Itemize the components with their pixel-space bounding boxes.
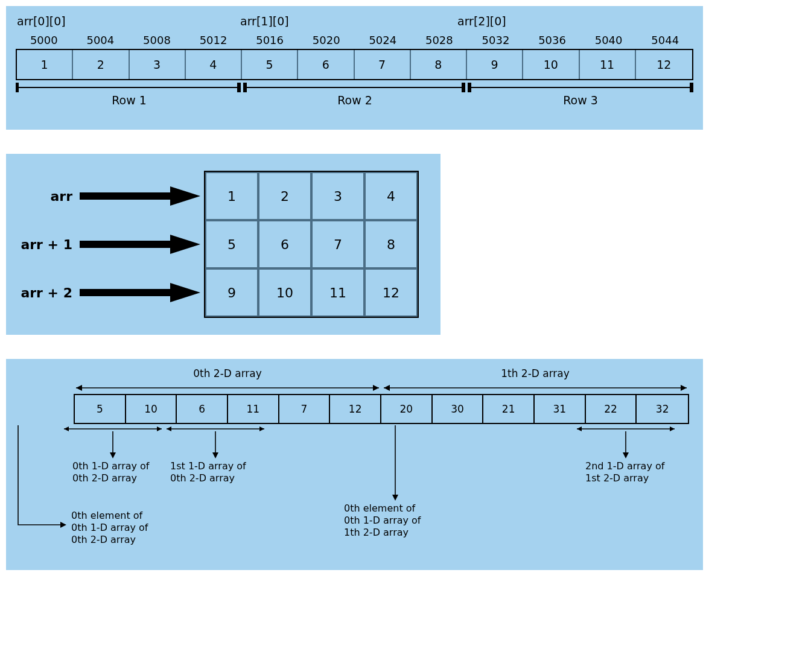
arrow-right-icon xyxy=(80,283,200,302)
addr-cell: 5016 xyxy=(241,34,298,46)
addr-cell: 5008 xyxy=(129,34,185,46)
svg-marker-14 xyxy=(64,426,69,431)
addr-cell: 5028 xyxy=(411,34,468,46)
addr-cell: 5040 xyxy=(580,34,637,46)
pointer-labels: arr arr + 1 arr + 2 xyxy=(18,172,72,317)
row-brackets: Row 1 Row 2 Row 3 xyxy=(16,83,693,113)
callout-b: 1st 1-D array of0th 2-D array xyxy=(170,460,246,484)
grid-cell: 8 xyxy=(364,220,418,268)
value-cell: 2 xyxy=(73,50,129,79)
grid-2d: 1 2 3 4 5 6 7 8 9 10 11 12 xyxy=(204,171,419,318)
svg-marker-9 xyxy=(373,385,379,391)
value-cell: 8 xyxy=(411,50,467,79)
top-bracket-arrows-icon xyxy=(74,370,689,393)
svg-marker-4 xyxy=(80,186,200,206)
value-cell: 1 xyxy=(17,50,73,79)
value-cell: 10 xyxy=(523,50,579,79)
value-cell: 30 xyxy=(433,395,484,423)
svg-marker-17 xyxy=(167,426,171,431)
panel-memory-layout: arr[0][0] arr[1][0] arr[2][0] 5000 5004 … xyxy=(6,6,703,130)
value-cell: 4 xyxy=(186,50,242,79)
callout-e: 2nd 1-D array of1st 2-D array xyxy=(585,460,664,484)
row-label: Row 3 xyxy=(563,94,598,107)
arrow-right-icon xyxy=(80,186,200,206)
index-label-2: arr[2][0] xyxy=(457,14,506,28)
grid-cell: 2 xyxy=(258,172,311,220)
row-bracket-lines-icon xyxy=(16,83,693,95)
svg-marker-30 xyxy=(392,495,398,501)
row-label: Row 1 xyxy=(112,94,147,107)
index-label-1: arr[1][0] xyxy=(240,14,289,28)
addr-cell: 5036 xyxy=(524,34,580,46)
value-cell: 9 xyxy=(467,50,523,79)
svg-marker-23 xyxy=(110,452,116,458)
value-cells-row: 1 2 3 4 5 6 7 8 9 10 11 12 xyxy=(16,49,693,80)
value-cell: 20 xyxy=(381,395,433,423)
svg-marker-27 xyxy=(623,452,629,458)
pointer-label: arr xyxy=(50,189,72,204)
grid-cell: 1 xyxy=(205,172,258,220)
value-cell: 21 xyxy=(483,395,535,423)
top-bracket-label: 0th 2-D array xyxy=(193,367,262,379)
top-brackets: 0th 2-D array 1th 2-D array xyxy=(74,370,691,394)
svg-marker-28 xyxy=(60,522,66,528)
value-cell: 11 xyxy=(228,395,279,423)
grid-cell: 9 xyxy=(205,268,258,317)
addr-cell: 5024 xyxy=(355,34,412,46)
addr-cell: 5044 xyxy=(637,34,693,46)
value-cells-3d: 5 10 6 11 7 12 20 30 21 31 22 32 xyxy=(74,394,689,424)
pointer-arrows xyxy=(80,172,200,317)
svg-marker-15 xyxy=(157,426,162,431)
svg-marker-11 xyxy=(384,385,390,391)
callouts: 0th 1-D array of0th 2-D array 1st 1-D ar… xyxy=(6,425,703,558)
addr-cell: 5000 xyxy=(16,34,72,46)
index-labels-row: arr[0][0] arr[1][0] arr[2][0] xyxy=(16,14,693,28)
value-cell: 10 xyxy=(126,395,177,423)
svg-marker-18 xyxy=(259,426,264,431)
svg-marker-5 xyxy=(80,235,200,254)
svg-marker-21 xyxy=(670,426,675,431)
arrow-right-icon xyxy=(80,235,200,254)
value-cell: 12 xyxy=(330,395,381,423)
svg-marker-25 xyxy=(212,452,218,458)
addr-cell: 5020 xyxy=(298,34,355,46)
grid-cell: 3 xyxy=(311,172,364,220)
value-cell: 7 xyxy=(355,50,411,79)
callout-d: 0th element of0th 1-D array of1th 2-D ar… xyxy=(344,502,421,539)
svg-marker-8 xyxy=(76,385,82,391)
value-cell: 5 xyxy=(75,395,126,423)
grid-cell: 5 xyxy=(205,220,258,268)
value-cell: 11 xyxy=(580,50,636,79)
value-cell: 6 xyxy=(298,50,354,79)
callout-c: 0th element of0th 1-D array of0th 2-D ar… xyxy=(71,510,148,546)
value-cell: 5 xyxy=(242,50,298,79)
value-cell: 7 xyxy=(279,395,331,423)
value-cell: 6 xyxy=(177,395,228,423)
value-cell: 22 xyxy=(586,395,637,423)
svg-marker-20 xyxy=(577,426,582,431)
grid-cell: 12 xyxy=(364,268,418,317)
addr-cell: 5004 xyxy=(72,34,129,46)
grid-cell: 10 xyxy=(258,268,311,317)
value-cell: 3 xyxy=(130,50,186,79)
pointer-label: arr + 2 xyxy=(21,285,72,300)
svg-marker-6 xyxy=(80,283,200,302)
grid-cell: 11 xyxy=(311,268,364,317)
value-cell: 32 xyxy=(637,395,688,423)
value-cell: 12 xyxy=(636,50,692,79)
addr-cell: 5012 xyxy=(185,34,242,46)
grid-cell: 4 xyxy=(364,172,418,220)
index-label-0: arr[0][0] xyxy=(17,14,66,28)
value-cell: 31 xyxy=(535,395,586,423)
grid-cell: 6 xyxy=(258,220,311,268)
grid-cell: 7 xyxy=(311,220,364,268)
addr-cell: 5032 xyxy=(468,34,524,46)
panel-3d-array: 0th 2-D array 1th 2-D array 5 10 6 11 7 … xyxy=(6,359,703,570)
top-bracket-label: 1th 2-D array xyxy=(501,367,570,379)
row-label: Row 2 xyxy=(337,94,372,107)
address-row: 5000 5004 5008 5012 5016 5020 5024 5028 … xyxy=(16,34,693,46)
svg-marker-12 xyxy=(681,385,687,391)
pointer-label: arr + 1 xyxy=(21,237,72,252)
panel-2d-pointer: arr arr + 1 arr + 2 1 2 3 4 5 6 7 8 9 10… xyxy=(6,154,440,335)
callout-a: 0th 1-D array of0th 2-D array xyxy=(72,460,150,484)
